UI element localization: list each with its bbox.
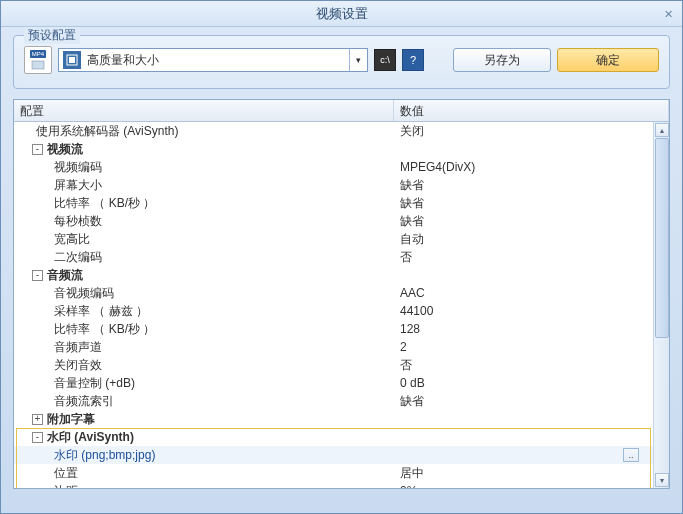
setting-value[interactable]: 缺省 [394, 195, 653, 212]
setting-value[interactable]: 居中 [394, 465, 653, 482]
setting-label: 视频编码 [54, 159, 102, 176]
setting-label: 音视频编码 [54, 285, 114, 302]
table-row[interactable]: 使用系统解码器 (AviSynth)关闭 [14, 122, 653, 140]
group-label: 附加字幕 [47, 411, 95, 428]
cmd-button[interactable]: c:\ [374, 49, 396, 71]
group-row[interactable]: +附加字幕 [14, 410, 653, 428]
group-label: 视频流 [47, 141, 83, 158]
settings-table: 配置 数值 使用系统解码器 (AviSynth)关闭-视频流视频编码MPEG4(… [13, 99, 670, 489]
table-row[interactable]: 边距0% [14, 482, 653, 488]
setting-value[interactable]: 0% [394, 484, 653, 488]
setting-value[interactable]: 128 [394, 322, 653, 336]
setting-value[interactable]: .. [394, 448, 653, 462]
setting-label: 二次编码 [54, 249, 102, 266]
table-row[interactable]: 每秒桢数缺省 [14, 212, 653, 230]
expand-icon[interactable]: + [32, 414, 43, 425]
table-row[interactable]: 比特率 （ KB/秒 ）缺省 [14, 194, 653, 212]
setting-label: 边距 [54, 483, 78, 489]
setting-value[interactable]: 44100 [394, 304, 653, 318]
setting-label: 音量控制 (+dB) [54, 375, 135, 392]
group-row[interactable]: -视频流 [14, 140, 653, 158]
window-title: 视频设置 [316, 5, 368, 23]
mp4-file-icon: MP4 [24, 46, 52, 74]
scroll-up-icon[interactable]: ▴ [655, 123, 669, 137]
collapse-icon[interactable]: - [32, 144, 43, 155]
preset-select[interactable]: 高质量和大小 ▾ [58, 48, 368, 72]
table-row[interactable]: 屏幕大小缺省 [14, 176, 653, 194]
setting-label: 关闭音效 [54, 357, 102, 374]
browse-button[interactable]: .. [623, 448, 639, 462]
setting-value[interactable]: 关闭 [394, 123, 653, 140]
scrollbar-thumb[interactable] [655, 138, 669, 338]
save-as-button[interactable]: 另存为 [453, 48, 551, 72]
video-settings-window: 视频设置 ✕ 预设配置 MP4 高质量和大小 ▾ c:\ ? 另存为 确定 [0, 0, 683, 514]
table-row[interactable]: 音量控制 (+dB)0 dB [14, 374, 653, 392]
setting-label: 音频声道 [54, 339, 102, 356]
setting-label: 音频流索引 [54, 393, 114, 410]
setting-label: 比特率 （ KB/秒 ） [54, 321, 155, 338]
help-button[interactable]: ? [402, 49, 424, 71]
setting-value[interactable]: MPEG4(DivX) [394, 160, 653, 174]
setting-value[interactable]: 否 [394, 249, 653, 266]
table-row[interactable]: 视频编码MPEG4(DivX) [14, 158, 653, 176]
group-row[interactable]: -音频流 [14, 266, 653, 284]
table-row[interactable]: 关闭音效否 [14, 356, 653, 374]
table-row[interactable]: 比特率 （ KB/秒 ）128 [14, 320, 653, 338]
setting-label: 水印 (png;bmp;jpg) [54, 447, 155, 464]
setting-label: 每秒桢数 [54, 213, 102, 230]
group-row[interactable]: -水印 (AviSynth) [14, 428, 653, 446]
preset-select-value: 高质量和大小 [85, 52, 349, 69]
setting-label: 位置 [54, 465, 78, 482]
setting-value[interactable]: 0 dB [394, 376, 653, 390]
column-header-config[interactable]: 配置 [14, 100, 394, 121]
setting-label: 宽高比 [54, 231, 90, 248]
setting-value[interactable]: 2 [394, 340, 653, 354]
setting-value[interactable]: 缺省 [394, 393, 653, 410]
table-body: 使用系统解码器 (AviSynth)关闭-视频流视频编码MPEG4(DivX)屏… [14, 122, 653, 488]
table-row[interactable]: 位置居中 [14, 464, 653, 482]
chevron-down-icon[interactable]: ▾ [349, 49, 367, 71]
table-row[interactable]: 二次编码否 [14, 248, 653, 266]
collapse-icon[interactable]: - [32, 270, 43, 281]
svg-rect-0 [32, 61, 44, 69]
setting-label: 屏幕大小 [54, 177, 102, 194]
table-row[interactable]: 宽高比自动 [14, 230, 653, 248]
group-label: 水印 (AviSynth) [47, 429, 134, 446]
setting-value[interactable]: 否 [394, 357, 653, 374]
setting-label: 采样率 （ 赫兹 ） [54, 303, 148, 320]
column-header-value[interactable]: 数值 [394, 100, 669, 121]
setting-label: 使用系统解码器 (AviSynth) [36, 123, 178, 140]
table-row[interactable]: 音视频编码AAC [14, 284, 653, 302]
table-row[interactable]: 音频流索引缺省 [14, 392, 653, 410]
scroll-down-icon[interactable]: ▾ [655, 473, 669, 487]
table-row[interactable]: 音频声道2 [14, 338, 653, 356]
setting-value[interactable]: 自动 [394, 231, 653, 248]
film-icon [63, 51, 81, 69]
table-row[interactable]: 水印 (png;bmp;jpg).. [14, 446, 653, 464]
scrollbar-track[interactable] [655, 138, 669, 472]
preset-row: MP4 高质量和大小 ▾ c:\ ? 另存为 确定 [24, 46, 659, 74]
preset-legend: 预设配置 [24, 27, 80, 44]
table-row[interactable]: 采样率 （ 赫兹 ）44100 [14, 302, 653, 320]
preset-group: 预设配置 MP4 高质量和大小 ▾ c:\ ? 另存为 确定 [13, 35, 670, 89]
setting-value[interactable]: 缺省 [394, 213, 653, 230]
vertical-scrollbar[interactable]: ▴ ▾ [653, 122, 669, 488]
setting-label: 比特率 （ KB/秒 ） [54, 195, 155, 212]
titlebar: 视频设置 ✕ [1, 1, 682, 27]
setting-value[interactable]: AAC [394, 286, 653, 300]
ok-button[interactable]: 确定 [557, 48, 659, 72]
svg-rect-2 [69, 57, 75, 63]
group-label: 音频流 [47, 267, 83, 284]
table-header: 配置 数值 [14, 100, 669, 122]
collapse-icon[interactable]: - [32, 432, 43, 443]
setting-value[interactable]: 缺省 [394, 177, 653, 194]
close-icon[interactable]: ✕ [660, 6, 676, 22]
